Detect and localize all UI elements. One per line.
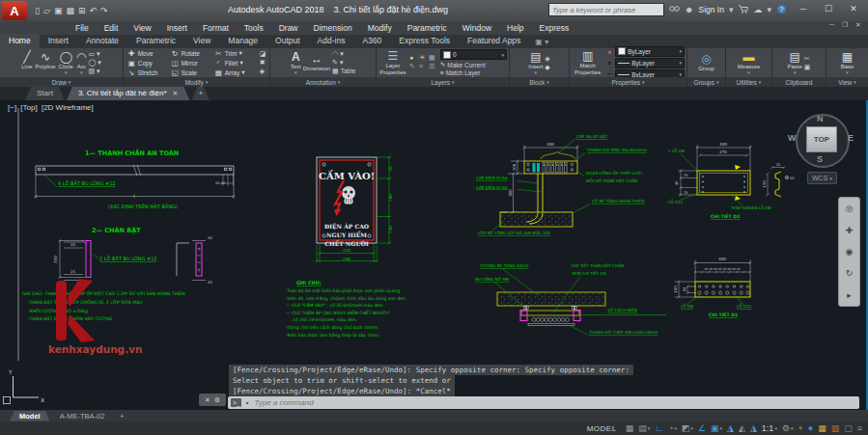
ribbon-button[interactable]: ╱ Line ▾ xyxy=(21,51,32,74)
layout-tab-model[interactable]: Model xyxy=(10,411,50,421)
modify-extra-icon[interactable]: ◪ xyxy=(260,50,266,58)
modify-tool-button[interactable]: ▣ Copy▾ xyxy=(127,58,171,68)
file-tab-start[interactable]: Start xyxy=(25,87,65,100)
sign-in-dropdown-icon[interactable]: ▾ xyxy=(729,5,734,14)
modify-extra-icon[interactable]: ◈ xyxy=(260,68,266,75)
layer-tool-icon[interactable]: ☰ xyxy=(429,63,438,71)
menu-item[interactable]: Draw xyxy=(271,21,306,35)
ribbon-button[interactable]: ∿ Polyline ▾ xyxy=(36,51,56,74)
object-snap-tracking-icon[interactable]: ∠▾ xyxy=(698,423,706,433)
annotation-scale-icon[interactable]: ◮▾ xyxy=(750,423,757,433)
panel-label-utilities[interactable]: Utilities▾ xyxy=(726,77,771,87)
isometric-drafting-icon[interactable]: ◩▾ xyxy=(682,423,693,433)
layer-properties-button[interactable]: ☰ Layer Properties xyxy=(378,50,407,75)
block-extra-icon[interactable]: ◈ xyxy=(545,55,549,63)
draw-extra-icon[interactable]: ◯▾ xyxy=(88,59,100,67)
command-window-controls[interactable]: ✕ ⚙ xyxy=(199,394,226,406)
match-properties-button[interactable]: ▥ Match Properties xyxy=(572,50,603,75)
annotation-visibility-icon[interactable]: ◮▾ xyxy=(727,423,734,433)
a360-cloud-icon[interactable]: ☁ xyxy=(753,5,762,14)
table-button[interactable]: ▦ Table xyxy=(332,68,355,75)
modify-tool-button[interactable]: ↘ Stretch▾ xyxy=(127,68,171,77)
panel-label-layers[interactable]: Layers▾ xyxy=(377,77,509,87)
ribbon-tab[interactable]: View xyxy=(184,34,219,48)
ribbon-tab[interactable]: Featured Apps xyxy=(459,34,529,48)
panel-label-properties[interactable]: Properties▾ xyxy=(570,77,686,87)
object-color-select[interactable]: ByLayer▾ xyxy=(615,46,685,57)
polar-tracking-icon[interactable]: ◔▾ xyxy=(668,423,677,433)
draw-extra-icon[interactable]: ▭▾ xyxy=(88,50,100,58)
panel-label-view[interactable]: View▾ xyxy=(826,77,868,87)
base-button[interactable]: ▦ Base▾ xyxy=(841,51,854,74)
menu-item[interactable]: Edit xyxy=(97,21,126,35)
grid-icon[interactable]: ▦▾ xyxy=(626,423,634,433)
viewcube-west[interactable]: W xyxy=(788,133,797,143)
ribbon-tab[interactable]: Manage xyxy=(219,34,266,48)
drawing-canvas[interactable]: [−] [Top] [2D Wireframe] xyxy=(0,100,868,410)
group-button[interactable]: ◎ Group xyxy=(698,53,714,72)
draw-extra-icon[interactable]: ▨▾ xyxy=(88,68,100,75)
modify-tool-button[interactable]: ✂ Trim▾ xyxy=(214,48,258,58)
pan-icon[interactable]: ✚ xyxy=(846,226,854,235)
annotation-extra-icon[interactable]: ✎▾ xyxy=(332,59,355,67)
ribbon-options-icon[interactable]: ▣ ▾ xyxy=(535,38,548,48)
modify-tool-button[interactable]: ↻ Rotate▾ xyxy=(171,48,214,58)
file-tab-current[interactable]: 3. Chi tiết lắp đặt hè điện* ✕ xyxy=(67,87,190,100)
cloud-dropdown-icon[interactable]: ▾ xyxy=(767,5,771,14)
ribbon-tab[interactable]: Insert xyxy=(40,34,77,48)
insert-button[interactable]: ▤ Insert▾ xyxy=(528,51,543,74)
menu-item[interactable]: View xyxy=(126,21,158,35)
viewcube-south[interactable]: S xyxy=(817,154,823,164)
app-store-cart-icon[interactable] xyxy=(738,5,748,15)
command-prompt-icon[interactable]: >_ xyxy=(231,398,241,407)
layer-tool-icon[interactable]: ≡ xyxy=(419,63,429,71)
snap-icon[interactable]: ▤▾ xyxy=(638,423,650,433)
viewcube[interactable]: N W E S TOP WCS▾ xyxy=(784,108,868,183)
modify-tool-button[interactable]: ◱ Scale▾ xyxy=(171,68,214,77)
ribbon-button[interactable]: ◯ Circle ▾ xyxy=(59,51,73,74)
ribbon-tab[interactable]: Output xyxy=(266,34,309,48)
text-button[interactable]: A Text▾ xyxy=(291,51,301,74)
clipboard-status-icon[interactable]: ▥▾ xyxy=(831,423,840,433)
saveas-icon[interactable]: ▩ xyxy=(66,6,74,15)
recent-commands-icon[interactable]: ▾ xyxy=(245,399,248,406)
menu-item[interactable]: Parametric xyxy=(400,21,455,35)
panel-label-annotation[interactable]: Annotation▾ xyxy=(270,77,376,87)
make-current-button[interactable]: ✎ Make Current xyxy=(440,61,507,68)
panel-label-modify[interactable]: Modify▾ xyxy=(124,77,269,87)
ribbon-tab[interactable]: Home xyxy=(0,34,40,48)
lineweight-select[interactable]: ByLayer▾ xyxy=(615,58,685,68)
ribbon-button[interactable]: ◠ Arc ▾ xyxy=(76,51,86,74)
paste-button[interactable]: ▤ Paste▾ xyxy=(788,51,802,74)
save-icon[interactable]: ▣ xyxy=(54,6,63,15)
menu-item[interactable]: Format xyxy=(195,21,237,35)
modify-tool-button[interactable]: ▦ Array▾ xyxy=(214,68,258,77)
model-space-indicator[interactable]: MODEL xyxy=(587,424,617,433)
layer-tool-icon[interactable]: ✎ xyxy=(409,63,419,71)
graphics-performance-icon[interactable]: ●▾ xyxy=(808,423,813,433)
new-layout-button[interactable]: + xyxy=(114,411,129,421)
orbit-icon[interactable]: ↻ xyxy=(846,268,854,278)
document-window-controls[interactable]: ─ ❐ ✕ xyxy=(829,21,864,29)
viewcube-east[interactable]: E xyxy=(848,133,854,143)
block-extra-icon[interactable]: ◆ xyxy=(545,64,549,71)
menu-item[interactable]: Window xyxy=(455,21,499,35)
maximize-button[interactable]: ☐ xyxy=(816,0,841,17)
minimize-button[interactable]: ─ xyxy=(791,0,816,17)
isolate-objects-icon[interactable]: ▦▾ xyxy=(818,423,826,433)
panel-label-groups[interactable]: Groups▾ xyxy=(687,77,725,87)
scale-value[interactable]: 1:1▾ xyxy=(762,423,777,433)
clean-screen-icon[interactable]: ▢▾ xyxy=(844,423,853,433)
layer-tool-icon[interactable]: ▦ xyxy=(429,54,438,63)
tab-close-icon[interactable]: ✕ xyxy=(173,89,179,98)
clipboard-extra-icon[interactable]: ✂ xyxy=(804,55,811,63)
wcs-menu[interactable]: WCS▾ xyxy=(807,172,837,184)
clipboard-extra-icon[interactable]: ▣ xyxy=(804,64,811,71)
viewcube-top-face[interactable]: TOP xyxy=(806,126,837,152)
menu-item[interactable]: Modify xyxy=(360,21,400,35)
dimension-button[interactable]: ↔ Dimension xyxy=(303,53,330,72)
ribbon-tab[interactable]: Express Tools xyxy=(390,34,459,48)
panel-label-clipboard[interactable]: Clipboard xyxy=(772,77,826,87)
menu-item[interactable]: File xyxy=(68,21,97,35)
keyword-search-input[interactable] xyxy=(548,3,664,16)
